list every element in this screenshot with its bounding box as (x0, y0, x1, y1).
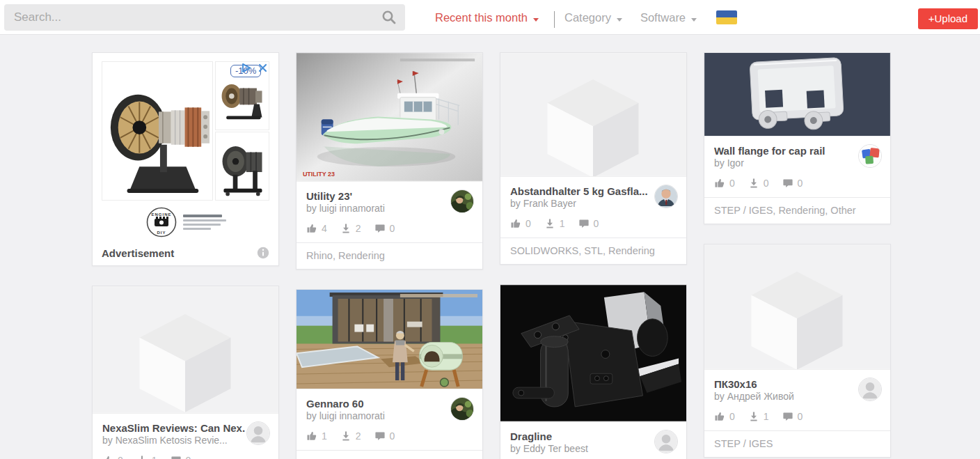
download-count: 2 (356, 430, 361, 442)
model-author[interactable]: by Андрей Живой (714, 390, 857, 403)
download-count: 2 (356, 223, 361, 234)
model-card: Wall flange for cap rail by Igor 0 0 0 S… (704, 52, 891, 224)
like-count: 0 (118, 455, 123, 459)
download-icon (544, 218, 555, 229)
model-card: NexaSlim Reviews: Can Nex... by NexaSlim… (92, 286, 279, 459)
model-thumbnail[interactable] (704, 244, 890, 370)
svg-text:ENGINE: ENGINE (151, 212, 171, 217)
comment-icon (374, 223, 386, 234)
model-tags[interactable]: STEP / IGES, Rendering, Other (704, 197, 890, 224)
download-icon (340, 430, 351, 442)
model-title[interactable]: NexaSlim Reviews: Can Nex... (102, 422, 245, 434)
ad-close-icon[interactable] (258, 63, 268, 76)
boat-watermark: UTILITY 23 (303, 171, 335, 178)
engine-diy-logo: ENGINE DIY (145, 206, 177, 238)
like-icon (306, 430, 317, 442)
avatar[interactable] (654, 185, 678, 208)
avatar[interactable] (858, 144, 882, 168)
download-icon (340, 223, 351, 234)
model-card: UTILITY 23 Utility 23' by luigi innamora… (296, 52, 483, 270)
model-author[interactable]: by NexaSlim Ketosis Revie... (102, 434, 245, 447)
model-stats: 0 1 0 (714, 410, 880, 423)
download-count: 0 (764, 178, 769, 189)
search-box (4, 4, 405, 31)
model-thumbnail[interactable]: UTILITY 23 (297, 53, 482, 182)
ad-card: -10% ENGINE DIY (92, 52, 279, 266)
comment-icon (374, 430, 386, 442)
model-stats: 0 1 0 (102, 453, 269, 459)
model-title[interactable]: Abstandhalter 5 kg Gasfla... (510, 185, 653, 197)
download-icon (748, 178, 759, 189)
avatar[interactable] (858, 378, 882, 401)
like-count: 0 (729, 178, 735, 189)
like-icon (102, 455, 113, 459)
caret-down-icon (617, 18, 622, 22)
like-count: 1 (322, 430, 327, 442)
model-title[interactable]: ПК30х16 (714, 378, 857, 390)
nav-divider (554, 11, 555, 28)
model-tags[interactable]: SOLIDWORKS, STL, Rendering (500, 238, 686, 264)
like-count: 4 (322, 223, 327, 234)
model-thumbnail[interactable] (704, 53, 890, 137)
model-grid: -10% ENGINE DIY (0, 35, 980, 459)
model-thumbnail[interactable] (500, 285, 686, 422)
like-icon (714, 178, 725, 189)
model-author[interactable]: by luigi innamorati (306, 202, 449, 215)
comment-icon (578, 218, 590, 229)
filter-software[interactable]: Software (640, 11, 697, 24)
upload-button[interactable]: +Upload (918, 8, 978, 29)
model-tags[interactable]: Rhino, Rendering (297, 242, 482, 269)
adchoices-icon[interactable] (241, 63, 253, 76)
model-stats: 0 1 0 (510, 217, 677, 231)
model-author[interactable]: by Eddy Ter beest (510, 442, 653, 456)
filter-nav: Recent this month Category Software (435, 0, 737, 35)
info-icon[interactable] (257, 247, 269, 259)
model-stats: 1 2 0 (306, 429, 473, 443)
model-stats: 4 2 0 (306, 221, 473, 235)
model-card: Abstandhalter 5 kg Gasfla... by Frank Ba… (500, 52, 687, 265)
ad-creative[interactable]: -10% (102, 61, 269, 201)
ad-logo-text-lines (183, 212, 226, 232)
filter-category-label: Category (564, 11, 611, 24)
comment-icon (782, 178, 793, 189)
model-thumbnail[interactable] (297, 290, 482, 389)
download-count: 1 (152, 455, 157, 459)
avatar[interactable] (246, 421, 270, 445)
comment-icon (782, 411, 793, 422)
ukraine-flag-icon[interactable] (716, 10, 737, 24)
ad-image-main[interactable] (102, 61, 213, 201)
model-tags[interactable]: STEP / IGES (704, 430, 890, 457)
like-count: 0 (525, 218, 531, 229)
ad-image-side[interactable] (215, 61, 269, 201)
svg-text:DIY: DIY (157, 231, 166, 235)
caret-down-icon (533, 18, 539, 22)
avatar[interactable] (654, 430, 678, 453)
model-author[interactable]: by Frank Bayer (510, 197, 653, 210)
comment-count: 0 (390, 223, 395, 234)
avatar[interactable] (450, 397, 474, 421)
caret-down-icon (691, 18, 697, 22)
search-icon[interactable] (381, 10, 397, 25)
model-title[interactable]: Dragline (510, 430, 653, 442)
ad-logo-row[interactable]: ENGINE DIY (102, 204, 269, 240)
filter-recent-label: Recent this month (435, 11, 528, 24)
like-icon (306, 223, 317, 234)
advertisement-label: Advertisement (102, 247, 174, 259)
model-author[interactable]: by Igor (714, 157, 857, 170)
avatar[interactable] (450, 189, 474, 213)
comment-count: 0 (798, 411, 803, 422)
search-input[interactable] (4, 4, 405, 31)
model-tags[interactable]: Rhino, Rendering (297, 450, 482, 459)
ad-image-small-bottom[interactable] (215, 132, 269, 201)
model-title[interactable]: Gennaro 60 (306, 398, 449, 410)
download-icon (136, 455, 148, 459)
model-thumbnail[interactable] (500, 53, 686, 177)
download-count: 1 (764, 411, 769, 422)
comment-count: 0 (390, 430, 395, 442)
model-author[interactable]: by luigi innamorati (306, 410, 449, 423)
model-thumbnail[interactable] (93, 286, 278, 414)
model-title[interactable]: Wall flange for cap rail (714, 145, 857, 157)
model-title[interactable]: Utility 23' (306, 190, 449, 202)
filter-recent-this-month[interactable]: Recent this month (435, 11, 539, 24)
filter-category[interactable]: Category (564, 11, 622, 24)
